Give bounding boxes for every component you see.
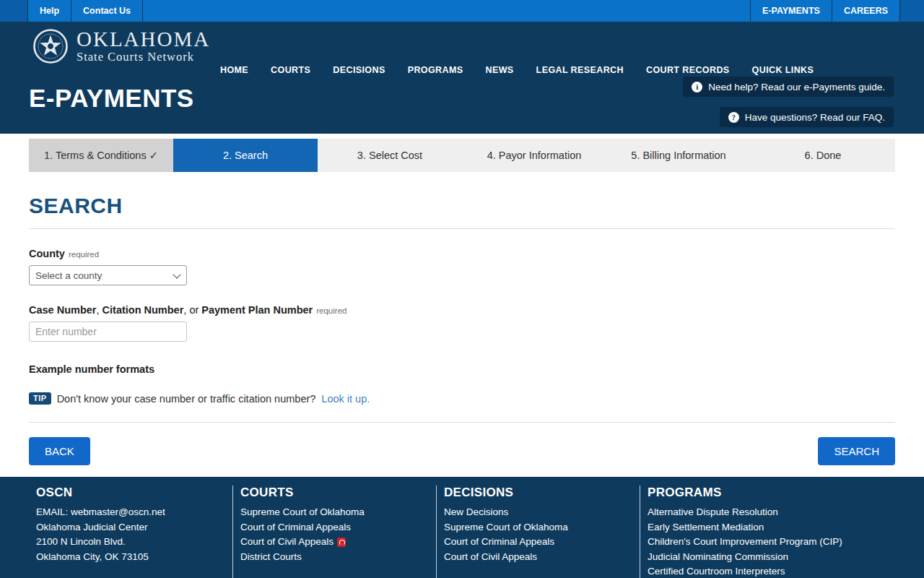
oscn-logo[interactable]: OKLAHOMA State Courts Network [33, 28, 210, 64]
footer-link[interactable]: Court of Criminal Appeals [240, 520, 429, 535]
step-payor-information: 4. Payor Information [462, 139, 606, 172]
footer-address-line: Oklahoma Judicial Center [36, 520, 225, 535]
contact-us-link[interactable]: Contact Us [71, 0, 143, 22]
citation-number-label-text: Citation Number [103, 304, 184, 316]
topbar-right-cap [900, 0, 924, 22]
footer-heading-programs: PROGRAMS [648, 486, 917, 500]
search-section: SEARCH Countyrequired Select a county Ca… [0, 172, 924, 477]
help-link[interactable]: Help [27, 0, 71, 22]
footer-link[interactable]: New Decisions [444, 505, 632, 520]
footer-link[interactable]: Supreme Court of Oklahoma [444, 520, 632, 535]
brand-name: OKLAHOMA [77, 28, 210, 50]
county-select[interactable]: Select a county [29, 265, 187, 285]
top-utility-bar: Help Contact Us E-PAYMENTS CAREERS [0, 0, 924, 22]
careers-link[interactable]: CAREERS [832, 0, 900, 22]
epayments-link[interactable]: E-PAYMENTS [750, 0, 832, 22]
pdf-icon [337, 538, 346, 547]
footer-heading-decisions: DECISIONS [444, 486, 632, 500]
site-header: OKLAHOMA State Courts Network HOME COURT… [0, 22, 924, 134]
tip-text: Don't know your case number or traffic c… [57, 393, 316, 405]
footer-address-line: Oklahoma City, OK 73105 [36, 550, 225, 565]
form-actions: BACK SEARCH [29, 437, 895, 465]
county-select-wrap: Select a county [29, 265, 187, 285]
footer-email-link[interactable]: EMAIL: webmaster@oscn.net [36, 505, 225, 520]
page: Help Contact Us E-PAYMENTS CAREERS OKLAH… [0, 0, 924, 578]
info-icon: i [692, 82, 702, 92]
step-search[interactable]: 2. Search [173, 139, 318, 172]
step-tabs: 1. Terms & Conditions ✓ 2. Search 3. Sel… [29, 139, 895, 172]
nav-news[interactable]: NEWS [486, 65, 514, 75]
faq-label: Have questions? Read our FAQ. [745, 112, 885, 123]
nav-legal-research[interactable]: LEGAL RESEARCH [536, 65, 624, 75]
step-terms-conditions[interactable]: 1. Terms & Conditions ✓ [29, 139, 173, 172]
footer-link[interactable]: Certified Courtroom Interpreters [648, 564, 917, 578]
nav-courts[interactable]: COURTS [271, 65, 310, 75]
number-label: Case Number, Citation Number, or Payment… [29, 304, 895, 316]
nav-home[interactable]: HOME [220, 65, 248, 75]
footer-link-row: Court of Civil Appeals [240, 535, 429, 550]
footer-link[interactable]: Children's Court Improvement Program (CI… [648, 535, 917, 550]
county-required-flag: required [69, 250, 99, 259]
topbar-spacer [143, 0, 750, 22]
step-select-cost: 3. Select Cost [318, 139, 462, 172]
footer-link[interactable]: Alternative Dispute Resolution [648, 505, 917, 520]
state-seal-icon [33, 29, 68, 64]
tip-badge: TIP [29, 392, 51, 405]
footer-link[interactable]: Court of Civil Appeals [444, 550, 632, 565]
number-label-sep1: , [96, 304, 102, 316]
help-buttons: i Need help? Read our e-Payments guide. … [683, 77, 894, 127]
topbar-left-cap [0, 0, 27, 22]
search-button[interactable]: SEARCH [818, 437, 895, 465]
faq-button[interactable]: ? Have questions? Read our FAQ. [720, 107, 894, 127]
case-number-input[interactable] [29, 322, 187, 342]
main-nav: HOME COURTS DECISIONS PROGRAMS NEWS LEGA… [220, 65, 814, 75]
epayments-guide-label: Need help? Read our e-Payments guide. [708, 82, 885, 92]
epayments-guide-button[interactable]: i Need help? Read our e-Payments guide. [683, 77, 894, 97]
footer-col-decisions: DECISIONS New Decisions Supreme Court of… [436, 486, 640, 578]
county-label: Countyrequired [29, 248, 895, 259]
number-label-sep2: , or [183, 304, 201, 316]
step-done: 6. Done [751, 139, 895, 172]
number-required-flag: required [316, 306, 346, 315]
footer-link[interactable]: Judicial Nominating Commission [648, 550, 917, 565]
example-formats-heading: Example number formats [29, 363, 895, 375]
footer-link[interactable]: Court of Criminal Appeals [444, 535, 632, 550]
case-number-label-text: Case Number [29, 304, 96, 316]
nav-programs[interactable]: PROGRAMS [408, 65, 463, 75]
brand-subtitle: State Courts Network [77, 50, 210, 64]
footer-link[interactable]: Early Settlement Mediation [648, 520, 917, 535]
page-title: E-PAYMENTS [29, 84, 194, 113]
payment-plan-number-label-text: Payment Plan Number [201, 304, 313, 316]
form-divider [29, 422, 895, 423]
footer-link[interactable]: Court of Civil Appeals [240, 535, 334, 550]
footer-col-courts: COURTS Supreme Court of Oklahoma Court o… [232, 486, 436, 578]
footer-link[interactable]: Supreme Court of Oklahoma [240, 505, 429, 520]
nav-court-records[interactable]: COURT RECORDS [646, 65, 730, 75]
step-billing-information: 5. Billing Information [606, 139, 751, 172]
nav-decisions[interactable]: DECISIONS [333, 65, 385, 75]
footer-col-oscn: OSCN EMAIL: webmaster@oscn.net Oklahoma … [29, 486, 232, 578]
footer-address-line: 2100 N Lincoln Blvd. [36, 535, 225, 550]
nav-quick-links[interactable]: QUICK LINKS [752, 65, 814, 75]
look-it-up-link[interactable]: Look it up. [321, 393, 370, 405]
tip-row: TIP Don't know your case number or traff… [29, 392, 895, 405]
footer-heading-oscn: OSCN [36, 486, 225, 500]
site-footer: OSCN EMAIL: webmaster@oscn.net Oklahoma … [0, 477, 924, 578]
footer-col-programs: PROGRAMS Alternative Dispute Resolution … [640, 486, 924, 578]
county-label-text: County [29, 248, 65, 259]
question-icon: ? [728, 112, 739, 123]
footer-heading-courts: COURTS [240, 486, 429, 500]
back-button[interactable]: BACK [29, 437, 90, 465]
search-heading: SEARCH [29, 194, 895, 229]
brand-text: OKLAHOMA State Courts Network [77, 28, 210, 64]
footer-link[interactable]: District Courts [240, 550, 429, 565]
